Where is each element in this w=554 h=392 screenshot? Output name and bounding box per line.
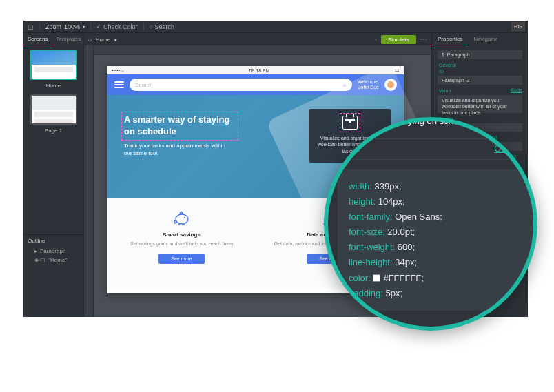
section-general: General: [438, 61, 522, 68]
css-line: font-weight: 600;: [349, 240, 528, 255]
simulate-button[interactable]: Simulate: [381, 35, 416, 44]
chevron-down-icon: ▾: [114, 37, 116, 42]
css-line: width: 339px;: [349, 179, 528, 194]
see-more-button[interactable]: See more: [158, 254, 204, 264]
css-line: height: 104px;: [349, 194, 528, 209]
check-color-label: Check Color: [103, 23, 138, 30]
user-badge[interactable]: RG: [511, 22, 525, 31]
tab-templates[interactable]: Templates: [52, 33, 85, 45]
folder-icon[interactable]: ▢: [28, 23, 34, 30]
screen-thumb-home[interactable]: Home: [30, 50, 77, 89]
element-type: ¶Paragraph: [438, 50, 522, 59]
options-icon[interactable]: ⋯: [420, 36, 427, 43]
home-icon[interactable]: ⌂: [88, 37, 92, 43]
status-time: 09:18 PM: [249, 68, 270, 73]
left-sidebar: Screens Templates Home Page 1 Outline ▸P…: [23, 33, 84, 317]
ruler-vertical: [84, 45, 94, 317]
phone-status-bar: ••••• ⌵ 09:18 PM ▭: [107, 66, 404, 74]
search-icon: ⌕: [150, 23, 153, 30]
zoom-control[interactable]: Zoom 100% ▾: [45, 23, 85, 30]
breadcrumb-home[interactable]: Home: [96, 37, 110, 43]
value-field[interactable]: Visualize and organize your workload bet…: [438, 95, 522, 113]
feature-savings: Smart savings Set savings goals and we'l…: [107, 198, 256, 288]
css-line: font-size: 20.0pt;: [349, 225, 528, 240]
search-input[interactable]: Search ⌕: [130, 79, 352, 91]
hero-subtitle[interactable]: Track your tasks and appointments within…: [124, 142, 234, 157]
thumb-label: Page 1: [30, 127, 77, 134]
tab-screens[interactable]: Screens: [23, 33, 52, 45]
outline-panel: Outline ▸Paragraph ◈ ▢"Home": [23, 234, 83, 317]
feature-title: Smart savings: [119, 231, 245, 238]
outline-item-paragraph[interactable]: ▸Paragraph: [28, 247, 79, 256]
search-toolbar[interactable]: ⌕Search: [150, 23, 175, 30]
thumb-label: Home: [30, 83, 77, 89]
check-color-toggle[interactable]: ✓Check Color: [96, 23, 138, 30]
css-line: color: #FFFFFF;: [349, 271, 528, 286]
battery-icon: ▭: [395, 68, 400, 73]
outline-title: Outline: [28, 238, 79, 244]
zoom-lens: narter way of staying on sched Style Cop…: [324, 117, 537, 331]
ruler-horizontal: [84, 45, 431, 55]
search-placeholder: Search: [135, 82, 152, 88]
top-toolbar: ▢ Zoom 100% ▾ ✓Check Color ⌕Search RG: [23, 21, 528, 33]
zoom-label: Zoom: [45, 23, 61, 30]
feature-sub: Set savings goals and we'll help you rea…: [119, 240, 245, 247]
calendar-icon: [342, 116, 358, 130]
tab-navigator[interactable]: Navigator: [468, 33, 502, 45]
search-label: Search: [155, 23, 175, 30]
css-line: padding: 5px;: [349, 286, 528, 301]
value-label: Value: [438, 87, 451, 93]
zoom-value: 100%: [64, 23, 80, 30]
id-label: ID: [438, 68, 522, 74]
tab-properties[interactable]: Properties: [432, 33, 468, 45]
svg-point-1: [184, 217, 185, 218]
signal-icon: ••••• ⌵: [112, 68, 124, 73]
screen-thumb-page1[interactable]: Page 1: [30, 94, 77, 134]
hamburger-icon[interactable]: [114, 81, 124, 88]
chevron-left-icon[interactable]: ‹: [375, 36, 377, 43]
piggy-bank-icon: [119, 209, 245, 227]
css-line: font-family: Open Sans;: [349, 209, 528, 225]
css-line: line-height: 34px;: [349, 255, 528, 270]
code-link[interactable]: Code: [511, 87, 522, 92]
chevron-down-icon: ▾: [83, 24, 85, 29]
css-code-block[interactable]: width: 339px;height: 104px;font-family: …: [338, 169, 537, 311]
svg-point-0: [176, 214, 188, 224]
id-field[interactable]: Paragraph_3: [438, 76, 522, 85]
outline-item-home[interactable]: ◈ ▢"Home": [28, 256, 79, 265]
